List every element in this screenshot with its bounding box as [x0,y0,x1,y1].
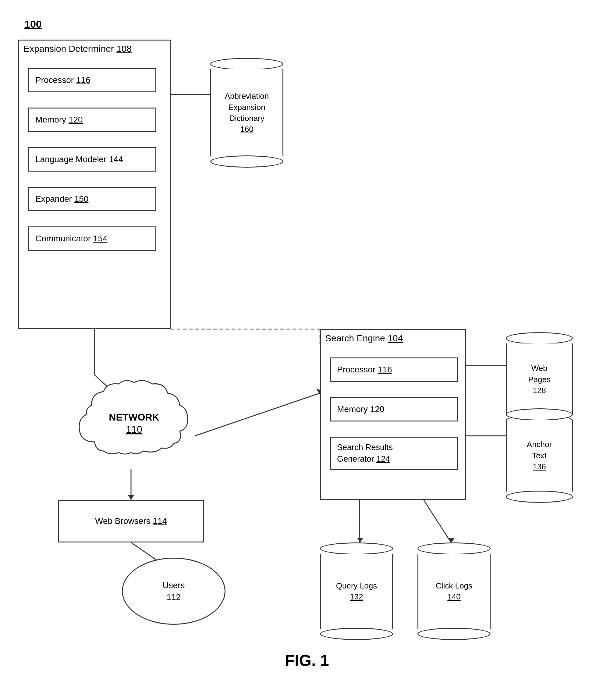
cylinder-body-abbrev: AbbreviationExpansionDictionary160 [210,69,284,156]
communicator-label: Communicator 154 [35,233,108,245]
abbreviation-dictionary-label: AbbreviationExpansionDictionary160 [222,90,272,135]
memory-box-ed: Memory 120 [28,108,156,132]
cylinder-top-query [320,542,393,555]
svg-text:110: 110 [126,424,142,435]
cylinder-top-anchor [506,408,573,421]
svg-marker-16 [357,538,363,542]
communicator-box: Communicator 154 [28,226,156,251]
processor-box-ed: Processor 116 [28,68,156,92]
search-engine-label: Search Engine 104 [325,333,403,343]
expansion-determiner-box: Expansion Determiner 108 Processor 116 M… [18,40,171,329]
search-results-generator-label: Search ResultsGenerator 124 [337,442,393,465]
expander-box: Expander 150 [28,187,156,211]
memory-label-ed: Memory 120 [35,114,83,126]
cylinder-body-query: Query Logs132 [320,554,393,629]
svg-line-9 [424,500,451,542]
search-engine-box: Search Engine 104 Processor 116 Memory 1… [320,329,466,500]
web-browsers-label: Web Browsers 114 [95,515,167,527]
processor-label-ed: Processor 116 [35,74,90,86]
memory-box-se: Memory 120 [330,397,458,422]
language-modeler-box: Language Modeler 144 [28,147,156,172]
query-logs-label: Query Logs132 [336,580,377,602]
cylinder-top-abbrev [210,58,284,70]
memory-label-se: Memory 120 [337,403,385,415]
top-reference-label: 100 [24,18,42,30]
cylinder-bottom-query [320,628,393,640]
click-logs-label: Click Logs140 [436,580,472,602]
cylinder-bottom-anchor [506,491,573,503]
svg-marker-17 [449,538,455,542]
svg-text:NETWORK: NETWORK [109,412,159,423]
expander-label: Expander 150 [35,193,88,205]
figure-label: FIG. 1 [285,651,329,670]
anchor-text-label: AnchorText136 [527,439,552,472]
anchor-text-cylinder: AnchorText136 [506,408,573,503]
cylinder-body-anchor: AnchorText136 [506,420,573,491]
cylinder-top-click [417,542,491,555]
users-label: Users112 [162,579,185,603]
web-pages-label: WebPages128 [528,363,551,396]
web-browsers-box: Web Browsers 114 [58,500,204,542]
cylinder-top-web [506,332,573,345]
search-results-generator-box: Search ResultsGenerator 124 [330,437,458,470]
language-modeler-label: Language Modeler 144 [35,153,123,165]
cylinder-body-web: WebPages128 [506,343,573,415]
network-cloud-svg: NETWORK 110 [70,375,198,460]
users-oval: Users112 [122,558,225,625]
query-logs-cylinder: Query Logs132 [320,542,393,640]
cylinder-bottom-click [417,628,491,640]
processor-label-se: Processor 116 [337,364,392,375]
svg-marker-13 [128,495,134,500]
cylinder-body-click: Click Logs140 [417,554,491,629]
abbreviation-dictionary-cylinder: AbbreviationExpansionDictionary160 [210,58,284,167]
expansion-determiner-label: Expansion Determiner 108 [24,43,131,54]
diagram-container: 100 [0,0,614,700]
click-logs-cylinder: Click Logs140 [417,542,491,640]
network-cloud: NETWORK 110 [70,375,198,460]
cylinder-bottom-abbrev [210,155,284,167]
svg-line-7 [195,393,320,436]
processor-box-se: Processor 116 [330,358,458,382]
